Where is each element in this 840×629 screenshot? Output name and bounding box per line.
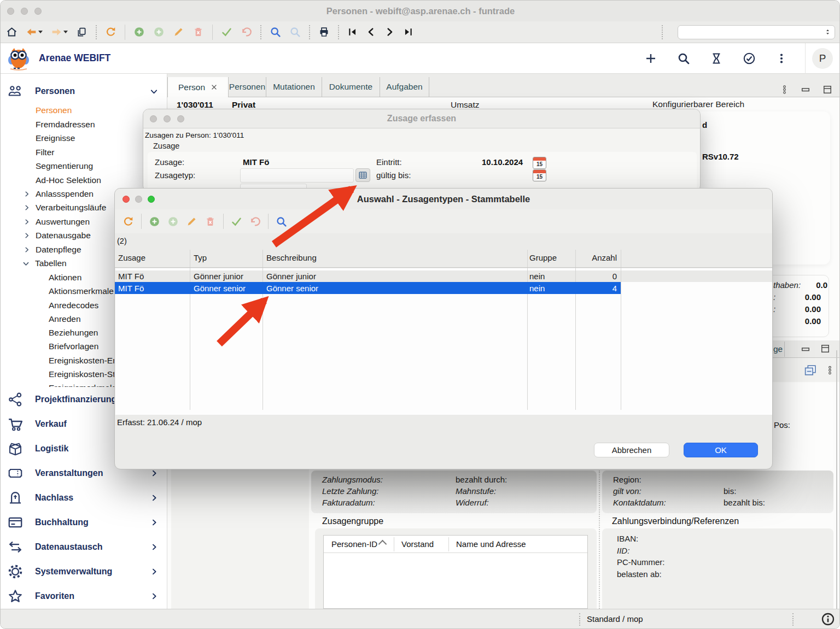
- cell-zusage[interactable]: MIT Fö: [118, 284, 144, 293]
- cancel-button[interactable]: Abbrechen: [594, 443, 669, 457]
- statusbar-handle: [579, 613, 580, 626]
- col-zusage[interactable]: Zusage: [118, 253, 145, 262]
- ok-button[interactable]: OK: [684, 443, 758, 457]
- sum-label: :: [773, 304, 775, 314]
- cell-typ[interactable]: Gönner senior: [194, 284, 246, 293]
- chevron-right-icon: [150, 519, 158, 526]
- cell-beschreibung[interactable]: Gönner junior: [266, 272, 316, 281]
- pc-nummer-label: PC-Nummer:: [617, 557, 665, 567]
- cell-anzahl[interactable]: 4: [575, 284, 617, 293]
- dialog-titlebar[interactable]: Auswahl - Zusagentypen - Stammtabelle: [115, 189, 772, 210]
- previous-record-icon[interactable]: [366, 27, 376, 37]
- quick-select-dropdown[interactable]: [678, 25, 835, 39]
- tab-aufgaben[interactable]: Aufgaben: [380, 77, 429, 97]
- minimize-panel-icon[interactable]: [800, 84, 811, 95]
- drag-handle-icon[interactable]: [780, 83, 789, 97]
- new-icon[interactable]: [644, 52, 657, 65]
- cell-anzahl[interactable]: 0: [575, 272, 617, 281]
- last-record-icon[interactable]: [403, 27, 413, 37]
- window-titlebar: Personen - webift@asp.arenae.ch - funtra…: [1, 1, 840, 21]
- col-anzahl[interactable]: Anzahl: [575, 253, 617, 262]
- print-icon[interactable]: [318, 26, 330, 38]
- maximize-panel-icon[interactable]: [822, 84, 833, 95]
- zusagetyp-input[interactable]: [240, 168, 354, 183]
- calendar-picker-icon[interactable]: 15: [533, 169, 546, 181]
- confirm-icon[interactable]: [231, 216, 242, 227]
- sidebar-section-favoriten[interactable]: Favoriten: [1, 584, 167, 608]
- network-icon: [7, 391, 24, 408]
- status-bar: Standard / mop: [1, 609, 840, 629]
- user-avatar[interactable]: P: [812, 48, 833, 69]
- info-icon[interactable]: [821, 612, 835, 626]
- lookup-table-icon[interactable]: [355, 168, 370, 182]
- forward-button[interactable]: [51, 26, 68, 38]
- refresh-icon[interactable]: [105, 26, 116, 38]
- col-gruppe[interactable]: Gruppe: [529, 253, 557, 262]
- statusbar-handle: [792, 613, 794, 626]
- cell-beschreibung[interactable]: Gönner senior: [266, 284, 318, 293]
- duplicate-window-icon[interactable]: [76, 26, 88, 38]
- sidebar-section-nachlass[interactable]: Nachlass: [1, 485, 167, 510]
- add-icon[interactable]: [133, 26, 145, 38]
- panel-layout-icon[interactable]: [803, 363, 817, 377]
- eintritt-value: 10.10.2024: [482, 157, 523, 167]
- refresh-icon[interactable]: [122, 216, 134, 227]
- add-copy-icon[interactable]: [153, 26, 165, 38]
- col-typ[interactable]: Typ: [194, 253, 207, 262]
- sidebar-section-buchhaltung[interactable]: Buchhaltung: [1, 510, 167, 534]
- sum-label: :: [773, 292, 775, 302]
- tab-mutationen[interactable]: Mutationen: [266, 77, 322, 97]
- more-menu-icon[interactable]: [775, 52, 788, 64]
- dialog-titlebar[interactable]: Zusage erfassen: [143, 109, 700, 128]
- sidebar-section-personen[interactable]: Personen: [1, 81, 167, 101]
- dialog-auswahl-zusagentypen: Auswahl - Zusagentypen - Stammtabelle (2…: [114, 188, 773, 469]
- sidebar-section-datenaustausch[interactable]: Datenaustausch: [1, 534, 167, 559]
- sort-ascending-icon[interactable]: [378, 540, 387, 549]
- confirm-icon[interactable]: [221, 26, 232, 38]
- edit-icon[interactable]: [186, 216, 197, 227]
- chevron-right-icon: [150, 494, 158, 502]
- pending-tasks-icon[interactable]: [710, 52, 723, 65]
- search-icon[interactable]: [276, 216, 287, 227]
- add-copy-icon[interactable]: [167, 216, 179, 227]
- tab-dokumente[interactable]: Dokumente: [322, 77, 380, 97]
- col-name-adresse[interactable]: Name und Adresse: [456, 539, 526, 549]
- search-icon[interactable]: [270, 26, 281, 38]
- back-button[interactable]: [26, 26, 43, 38]
- chevron-down-icon[interactable]: [150, 87, 158, 96]
- search-secondary-icon[interactable]: [289, 26, 301, 38]
- delete-icon[interactable]: [192, 26, 204, 38]
- cell-gruppe[interactable]: nein: [529, 272, 545, 281]
- window-title: Personen - webift@asp.arenae.ch - funtra…: [1, 6, 840, 16]
- delete-icon[interactable]: [205, 216, 216, 227]
- col-vorstand[interactable]: Vorstand: [401, 539, 434, 549]
- minimize-panel-icon[interactable]: [800, 344, 811, 355]
- right-tab-fragment[interactable]: ge: [773, 344, 783, 354]
- undo-icon[interactable]: [241, 26, 252, 38]
- zusagengruppe-table[interactable]: Personen-ID Vorstand Name und Adresse: [323, 535, 588, 609]
- next-record-icon[interactable]: [384, 27, 395, 37]
- global-search-icon[interactable]: [677, 52, 690, 65]
- add-icon[interactable]: [149, 216, 160, 227]
- cell-typ[interactable]: Gönner junior: [194, 272, 243, 281]
- sidebar-section-systemverwaltung[interactable]: Systemverwaltung: [1, 559, 167, 584]
- forward-history-caret[interactable]: [63, 31, 68, 33]
- home-icon[interactable]: [6, 26, 18, 38]
- col-personen-id[interactable]: Personen-ID: [331, 539, 377, 549]
- dialog-title: Zusage erfassen: [143, 114, 700, 124]
- done-tasks-icon[interactable]: [743, 52, 756, 65]
- first-record-icon[interactable]: [347, 27, 358, 37]
- calendar-picker-icon[interactable]: 15: [533, 157, 546, 169]
- drag-handle-icon[interactable]: [825, 363, 835, 378]
- back-history-caret[interactable]: [38, 31, 43, 33]
- tab-personen[interactable]: Personen: [229, 77, 266, 97]
- cell-gruppe[interactable]: nein: [529, 284, 545, 293]
- maximize-panel-icon[interactable]: [820, 343, 831, 354]
- scrollbar-track[interactable]: [836, 350, 837, 609]
- col-beschreibung[interactable]: Beschreibung: [266, 253, 317, 262]
- undo-icon[interactable]: [249, 216, 261, 227]
- close-tab-icon[interactable]: [211, 84, 218, 91]
- edit-icon[interactable]: [173, 26, 184, 38]
- cell-zusage[interactable]: MIT Fö: [118, 272, 144, 281]
- tab-person[interactable]: Person: [167, 77, 229, 97]
